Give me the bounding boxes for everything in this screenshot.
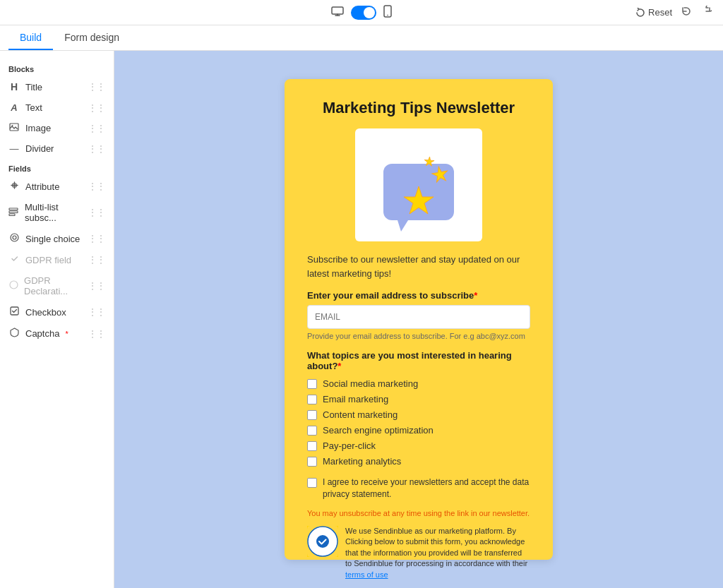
text-icon: A	[8, 102, 20, 113]
sidebar-item-gdpr-decl-label: GDPR Declarati...	[24, 275, 88, 296]
list-item: Social media marketing	[307, 378, 530, 389]
canvas-area: Marketing Tips Newsletter Subscribe to o…	[114, 51, 723, 588]
single-choice-icon	[8, 233, 20, 244]
unsubscribe-hint: You may unsubscribe at any time using th…	[307, 509, 530, 517]
drag-handle[interactable]: ⋮⋮	[88, 181, 105, 191]
drag-handle[interactable]: ⋮⋮	[88, 234, 105, 244]
divider-icon: —	[8, 143, 20, 154]
topics-list: Social media marketing Email marketing C…	[307, 378, 530, 467]
svg-rect-0	[332, 7, 343, 14]
email-input[interactable]	[307, 305, 530, 329]
sidebar-item-divider[interactable]: — Divider ⋮⋮	[0, 138, 114, 159]
blocks-section-title: Blocks	[0, 59, 114, 76]
sidebar-item-text[interactable]: A Text ⋮⋮	[0, 97, 114, 118]
sidebar-item-single-choice[interactable]: Single choice ⋮⋮	[0, 228, 114, 249]
form-card: Marketing Tips Newsletter Subscribe to o…	[285, 79, 553, 560]
svg-marker-22	[334, 553, 338, 557]
svg-marker-14	[398, 220, 408, 232]
list-item: Email marketing	[307, 394, 530, 404]
drag-handle: ⋮⋮	[88, 255, 105, 265]
sidebar-item-attribute-label: Attribute	[25, 181, 59, 192]
redo-button[interactable]	[700, 6, 712, 20]
desktop-icon[interactable]	[331, 6, 344, 18]
svg-point-27	[316, 535, 329, 548]
drag-handle[interactable]: ⋮⋮	[88, 124, 105, 133]
svg-rect-7	[9, 211, 18, 213]
sidebar-item-gdpr-decl: GDPR Declarati... ⋮⋮	[0, 270, 114, 301]
captcha-required-star: *	[65, 330, 68, 338]
svg-point-11	[10, 281, 18, 289]
sidebar-item-text-label: Text	[25, 102, 42, 113]
checkbox-content[interactable]	[307, 410, 317, 420]
svg-rect-8	[9, 214, 15, 216]
checkbox-analytics[interactable]	[307, 457, 317, 467]
email-label: Enter your email address to subscribe*	[307, 290, 530, 301]
gdpr-decl-icon	[8, 280, 18, 292]
sidebar-item-title[interactable]: H Title ⋮⋮	[0, 76, 114, 97]
checkbox-ppc[interactable]	[307, 441, 317, 451]
gdpr-field-icon	[8, 254, 20, 265]
title-icon: H	[8, 81, 20, 92]
drag-handle[interactable]: ⋮⋮	[88, 82, 105, 92]
checkbox-social[interactable]	[307, 379, 317, 389]
consent-text: I agree to receive your newsletters and …	[323, 476, 530, 500]
captcha-icon	[8, 328, 20, 340]
sidebar-item-checkbox[interactable]: Checkbox ⋮⋮	[0, 301, 114, 323]
svg-point-2	[387, 15, 388, 16]
svg-point-9	[11, 234, 18, 241]
image-icon	[8, 123, 20, 133]
drag-handle[interactable]: ⋮⋮	[88, 144, 105, 154]
sendinblue-text: We use Sendinblue as our marketing platf…	[345, 526, 530, 580]
sidebar-item-captcha-label: Captcha	[25, 328, 59, 339]
mobile-icon[interactable]	[383, 5, 392, 20]
top-bar: Reset	[0, 0, 723, 25]
checkbox-seo[interactable]	[307, 426, 317, 436]
view-toggle[interactable]	[351, 6, 376, 20]
sidebar: Blocks H Title ⋮⋮ A Text ⋮⋮ Image ⋮⋮	[0, 51, 114, 588]
terms-link[interactable]: terms of use	[345, 570, 388, 579]
drag-handle[interactable]: ⋮⋮	[88, 208, 105, 217]
form-description: Subscribe to our newsletter and stay upd…	[307, 253, 530, 280]
svg-point-10	[13, 236, 16, 239]
drag-handle[interactable]: ⋮⋮	[88, 103, 105, 113]
drag-handle[interactable]: ⋮⋮	[88, 329, 105, 339]
multilist-icon	[8, 208, 19, 218]
sidebar-item-gdpr-field-label: GDPR field	[25, 255, 71, 265]
attribute-icon	[8, 181, 20, 192]
fields-section-title: Fields	[0, 159, 114, 176]
svg-marker-24	[307, 553, 311, 557]
tab-build[interactable]: Build	[8, 26, 53, 50]
form-image	[355, 128, 482, 241]
svg-marker-26	[307, 526, 311, 530]
drag-handle[interactable]: ⋮⋮	[88, 307, 105, 317]
sidebar-item-image[interactable]: Image ⋮⋮	[0, 118, 114, 138]
consent-row: I agree to receive your newsletters and …	[307, 476, 530, 500]
sendinblue-notice: We use Sendinblue as our marketing platf…	[307, 526, 530, 580]
sidebar-item-multilist-label: Multi-list subsc...	[25, 202, 88, 223]
tab-form-design[interactable]: Form design	[53, 26, 131, 50]
topics-question: What topics are you most interested in h…	[307, 350, 530, 371]
checkbox-email[interactable]	[307, 395, 317, 404]
svg-rect-12	[11, 307, 18, 315]
drag-handle: ⋮⋮	[88, 281, 105, 291]
email-hint: Provide your email address to subscribe.…	[307, 332, 530, 340]
sidebar-item-gdpr-field: GDPR field ⋮⋮	[0, 249, 114, 270]
consent-checkbox[interactable]	[307, 478, 317, 488]
sidebar-item-attribute[interactable]: Attribute ⋮⋮	[0, 176, 114, 197]
sidebar-item-checkbox-label: Checkbox	[25, 307, 66, 318]
list-item: Pay-per-click	[307, 440, 530, 451]
device-switcher	[331, 5, 392, 20]
sidebar-item-title-label: Title	[25, 82, 42, 92]
checkbox-icon	[8, 306, 20, 318]
reset-button[interactable]: Reset	[635, 7, 672, 18]
nav-tabs: Build Form design	[0, 25, 723, 51]
sidebar-item-captcha[interactable]: Captcha * ⋮⋮	[0, 323, 114, 344]
sidebar-item-divider-label: Divider	[25, 143, 54, 154]
svg-rect-6	[9, 208, 18, 210]
list-item: Search engine optimization	[307, 425, 530, 436]
form-title: Marketing Tips Newsletter	[307, 99, 530, 117]
list-item: Content marketing	[307, 409, 530, 420]
svg-marker-20	[334, 526, 338, 530]
undo-button[interactable]	[681, 6, 692, 20]
sidebar-item-multilist[interactable]: Multi-list subsc... ⋮⋮	[0, 197, 114, 228]
